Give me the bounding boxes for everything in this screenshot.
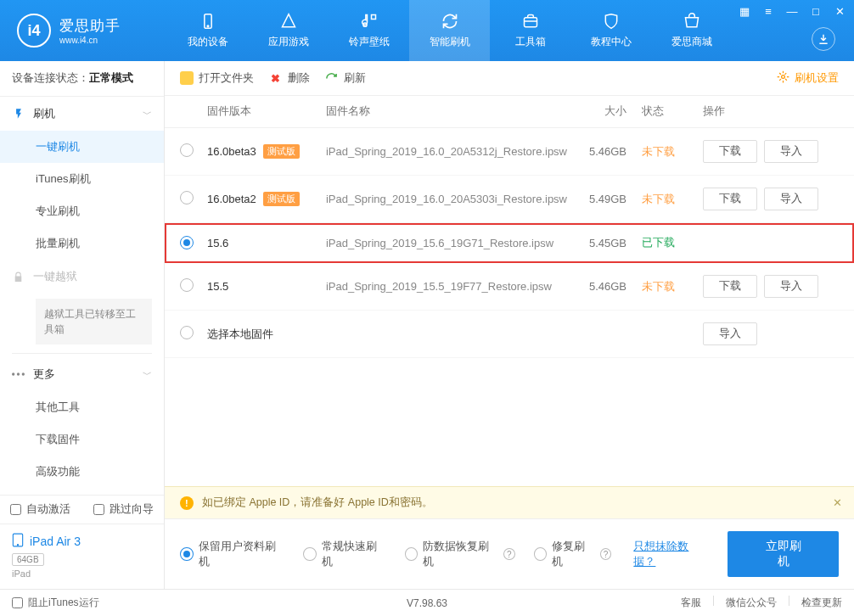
lock-icon xyxy=(12,271,25,283)
nav-tab-3[interactable]: 智能刷机 xyxy=(409,0,490,61)
support-link[interactable]: 客服 xyxy=(681,596,701,610)
sidebar-item-flash-2[interactable]: 专业刷机 xyxy=(0,195,164,227)
window-close-icon[interactable]: ✕ xyxy=(832,4,847,18)
open-folder-button[interactable]: 打开文件夹 xyxy=(180,70,254,86)
nav-icon xyxy=(360,12,379,31)
opt-normal[interactable]: 常规快速刷机 xyxy=(303,539,386,569)
radio-icon xyxy=(405,547,419,561)
sidebar-flash-label: 刷机 xyxy=(33,106,55,121)
delete-button[interactable]: ✖删除 xyxy=(269,70,310,86)
device-model: iPad xyxy=(12,568,152,579)
download-button[interactable]: 下载 xyxy=(703,188,757,210)
beta-tag: 测试版 xyxy=(263,192,300,206)
nav-tab-0[interactable]: 我的设备 xyxy=(167,0,248,61)
more-icon xyxy=(12,368,25,381)
import-button[interactable]: 导入 xyxy=(764,188,818,210)
sidebar-item-more-2[interactable]: 高级功能 xyxy=(0,456,164,488)
import-button[interactable]: 导入 xyxy=(764,140,818,163)
auto-activate-label: 自动激活 xyxy=(26,502,70,517)
table-header: 固件版本 固件名称 大小 状态 操作 xyxy=(165,96,854,128)
opt-keep-data[interactable]: 保留用户资料刷机 xyxy=(180,539,284,569)
beta-tag: 测试版 xyxy=(263,144,300,159)
nav-icon xyxy=(683,12,701,31)
nav-tab-5[interactable]: 教程中心 xyxy=(570,0,651,61)
row-radio[interactable] xyxy=(180,191,194,204)
window-list-icon[interactable]: ≡ xyxy=(761,4,776,18)
nav-icon xyxy=(441,12,459,31)
warning-bar: ! 如已绑定 Apple ID，请准备好 Apple ID和密码。 ✕ xyxy=(165,486,854,518)
logo-area[interactable]: i4 爱思助手 www.i4.cn xyxy=(0,14,167,48)
version-text: 16.0beta2 xyxy=(207,193,256,205)
auto-activate-row: 自动激活 跳过向导 xyxy=(0,495,164,524)
row-radio[interactable] xyxy=(180,278,194,292)
th-version: 固件版本 xyxy=(207,104,326,119)
ipad-icon xyxy=(12,533,24,550)
row-radio[interactable] xyxy=(180,236,194,249)
wechat-link[interactable]: 微信公众号 xyxy=(726,596,777,610)
erase-data-link[interactable]: 只想抹除数据？ xyxy=(633,539,709,569)
sidebar-jailbreak-label: 一键越狱 xyxy=(33,269,77,284)
help-icon[interactable]: ? xyxy=(503,548,515,560)
sidebar-item-more-1[interactable]: 下载固件 xyxy=(0,423,164,456)
sidebar-item-flash-3[interactable]: 批量刷机 xyxy=(0,227,164,260)
sidebar-item-more-0[interactable]: 其他工具 xyxy=(0,391,164,423)
nav-tab-4[interactable]: 工具箱 xyxy=(490,0,570,61)
sidebar-group-more[interactable]: 更多 ﹀ xyxy=(0,357,164,391)
opt-anti-recover[interactable]: 防数据恢复刷机? xyxy=(405,539,515,569)
svg-point-5 xyxy=(17,372,20,375)
block-itunes-option[interactable]: 阻止iTunes运行 xyxy=(12,596,99,610)
firmware-size: 5.46GB xyxy=(576,280,642,293)
nav-tab-2[interactable]: 铃声壁纸 xyxy=(329,0,409,61)
th-status: 状态 xyxy=(642,104,703,119)
radio-icon xyxy=(534,547,548,561)
chevron-down-icon: ﹀ xyxy=(143,108,152,120)
help-icon[interactable]: ? xyxy=(600,548,612,560)
sidebar-more-label: 更多 xyxy=(33,367,55,382)
flash-options-bar: 保留用户资料刷机 常规快速刷机 防数据恢复刷机? 修复刷机? 只想抹除数据？ 立… xyxy=(165,518,854,589)
toolbar: 打开文件夹 ✖删除 刷新 刷机设置 xyxy=(165,61,854,96)
flash-settings-button[interactable]: 刷机设置 xyxy=(777,70,839,86)
nav-label: 爱思商城 xyxy=(671,35,712,49)
row-radio[interactable] xyxy=(180,143,194,157)
firmware-size: 5.49GB xyxy=(576,193,642,205)
sidebar-group-flash[interactable]: 刷机 ﹀ xyxy=(0,97,164,131)
warning-close-button[interactable]: ✕ xyxy=(833,496,842,509)
download-button[interactable]: 下载 xyxy=(703,140,757,163)
folder-icon xyxy=(180,71,194,85)
window-menu-icon[interactable]: ▦ xyxy=(737,4,752,18)
flash-now-button[interactable]: 立即刷机 xyxy=(728,531,839,577)
import-button[interactable]: 导入 xyxy=(703,322,757,345)
nav-icon xyxy=(199,12,217,31)
row-radio[interactable] xyxy=(180,326,194,339)
chevron-down-icon: ﹀ xyxy=(143,368,152,381)
window-minimize-icon[interactable]: — xyxy=(784,4,800,18)
table-row[interactable]: 15.5iPad_Spring_2019_15.5_19F77_Restore.… xyxy=(165,263,854,311)
refresh-icon xyxy=(325,71,339,85)
device-info[interactable]: iPad Air 3 64GB iPad xyxy=(0,524,164,589)
sidebar-item-flash-0[interactable]: 一键刷机 xyxy=(0,131,164,163)
download-button[interactable]: 下载 xyxy=(703,275,757,298)
import-button[interactable]: 导入 xyxy=(764,275,818,298)
th-action: 操作 xyxy=(703,104,839,119)
svg-rect-3 xyxy=(524,18,537,27)
refresh-button[interactable]: 刷新 xyxy=(325,70,366,86)
nav-label: 铃声壁纸 xyxy=(349,35,390,49)
nav-tab-6[interactable]: 爱思商城 xyxy=(651,0,732,61)
main-area: 打开文件夹 ✖删除 刷新 刷机设置 固件版本 固件名称 大小 状态 操作 16.… xyxy=(165,61,854,589)
window-maximize-icon[interactable]: □ xyxy=(808,4,823,18)
opt-repair[interactable]: 修复刷机? xyxy=(534,539,612,569)
skip-guide-checkbox[interactable] xyxy=(93,504,104,515)
table-row[interactable]: 15.6iPad_Spring_2019_15.6_19G71_Restore.… xyxy=(165,223,854,263)
block-itunes-checkbox[interactable] xyxy=(12,597,23,608)
table-row[interactable]: 16.0beta2测试版iPad_Spring_2019_16.0_20A530… xyxy=(165,176,854,223)
downloads-button[interactable] xyxy=(812,27,835,51)
auto-activate-checkbox[interactable] xyxy=(10,504,21,515)
table-row[interactable]: 16.0beta3测试版iPad_Spring_2019_16.0_20A531… xyxy=(165,128,854,176)
nav-tab-1[interactable]: 应用游戏 xyxy=(248,0,329,61)
update-link[interactable]: 检查更新 xyxy=(801,596,842,610)
warning-icon: ! xyxy=(180,496,194,510)
svg-point-4 xyxy=(12,372,14,375)
svg-point-1 xyxy=(207,25,209,27)
sidebar-item-flash-1[interactable]: iTunes刷机 xyxy=(0,163,164,195)
table-row-local[interactable]: 选择本地固件 导入 xyxy=(165,311,854,358)
